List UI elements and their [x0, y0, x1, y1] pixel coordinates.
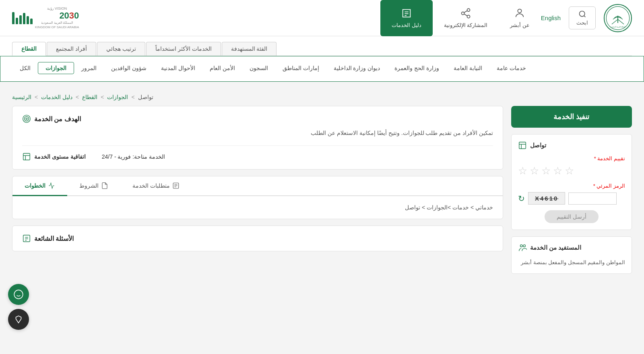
search-icon: [578, 10, 586, 18]
tab-conditions-label: الشروط: [79, 182, 99, 189]
star-1[interactable]: ☆: [518, 165, 527, 177]
header-right: المملكة العربية السعودية ابحث English: [541, 4, 632, 32]
cat-tab-targeted[interactable]: الفئة المستهدفة: [222, 42, 277, 56]
cat-tab-mostused[interactable]: الخدمات الأكثر استخداماً: [146, 42, 221, 56]
svg-line-3: [618, 19, 624, 24]
breadcrumb-sep3: >: [101, 94, 104, 100]
header: المملكة العربية السعودية ابحث English عن…: [0, 0, 644, 36]
conditions-icon: [101, 182, 108, 189]
star-rating[interactable]: ☆ ☆ ☆ ☆ ☆: [518, 165, 625, 177]
rating-asterisk: *: [594, 155, 596, 161]
svg-rect-31: [23, 235, 30, 242]
sla-value-text: الخدمة متاحة: فورية - 24/7: [102, 153, 165, 160]
svg-point-22: [25, 117, 29, 121]
captcha-refresh-icon[interactable]: ↻: [518, 194, 525, 203]
tab-steps[interactable]: الخطوات: [12, 176, 67, 196]
captcha-required-label: الرمز المرئي *: [518, 183, 625, 189]
floating-buttons: [8, 284, 29, 286]
sla-label-text: اتفاقية مستوى الخدمة: [34, 153, 86, 160]
nav-item-daleel[interactable]: دليل الخدمات: [380, 0, 433, 36]
sub-cat-passports[interactable]: الجوازات: [38, 62, 74, 74]
vision-logo: VISION رؤية 2030 المملكة العربية السعودي…: [12, 6, 79, 29]
absher-icon: [514, 8, 525, 19]
cat-tab-alphabetical[interactable]: ترتيب هجائي: [97, 42, 145, 56]
sub-cat-prosecution[interactable]: النيابة العامة: [446, 62, 489, 74]
nav-absher-label: عن أبشر: [510, 22, 530, 28]
breadcrumb-home[interactable]: الرئيسية: [12, 94, 31, 100]
svg-point-8: [467, 8, 470, 11]
sub-cat-traffic[interactable]: المرور: [74, 62, 104, 74]
send-rating-button[interactable]: أرسل التقييم: [545, 210, 599, 223]
breadcrumb-passports[interactable]: الجوازات: [107, 94, 128, 100]
sub-cat-general-services[interactable]: خدمات عامة: [489, 62, 533, 74]
sub-cat-diwan[interactable]: ديوان وزارة الداخلية: [326, 62, 388, 74]
service-goal-header: الهدف من الخدمة: [22, 114, 493, 123]
sub-cat-hajj[interactable]: وزارة الحج والعمرة: [387, 62, 446, 74]
svg-rect-24: [23, 153, 30, 160]
star-2[interactable]: ☆: [530, 165, 539, 177]
category-section: الفئة المستهدفة الخدمات الأكثر استخداماً…: [0, 36, 644, 56]
language-button[interactable]: English: [541, 14, 561, 21]
vision-year: 2030: [35, 10, 79, 21]
breadcrumb-sep4: >: [131, 94, 134, 100]
search-label: ابحث: [576, 20, 588, 26]
svg-point-20: [523, 245, 526, 247]
svg-point-21: [23, 115, 30, 122]
service-icon: [518, 141, 527, 150]
execute-service-button[interactable]: تنفيذ الخدمة: [511, 106, 632, 128]
vision-title: VISION رؤية: [35, 6, 79, 10]
goal-header-text: الهدف من الخدمة: [34, 115, 81, 123]
svg-point-9: [461, 12, 464, 15]
faq-header: الأسئلة الشائعة: [22, 234, 493, 243]
cat-tab-community[interactable]: أفراد المجتمع: [47, 42, 96, 56]
star-5[interactable]: ☆: [565, 165, 574, 177]
sub-cat-prisons[interactable]: السجون: [242, 62, 275, 74]
sub-cat-all[interactable]: الكل: [12, 62, 38, 74]
sub-cat-emirates[interactable]: إمارات المناطق: [275, 62, 326, 74]
sub-cat-security[interactable]: الأمن العام: [202, 62, 242, 74]
beneficiary-description: المواطن والمقيم المسجل والمفعل بمنصة أبش…: [518, 258, 625, 267]
sla-icon: [22, 152, 31, 161]
breadcrumb: تواصل > الجوازات > القطاع > دليل الخدمات…: [0, 88, 644, 106]
captcha-asterisk: *: [593, 183, 595, 189]
tab-requirements[interactable]: متطلبات الخدمة: [120, 176, 192, 196]
service-tabs-container: متطلبات الخدمة الشروط الخطوات: [12, 176, 503, 219]
sla-value-item: الخدمة متاحة: فورية - 24/7: [102, 153, 165, 160]
requirements-icon: [172, 182, 180, 189]
nav-daleel-label: دليل الخدمات: [392, 22, 421, 28]
steps-icon: [48, 182, 55, 189]
sub-cat-expats[interactable]: شؤون الوافدين: [104, 62, 154, 74]
tab-steps-label: الخطوات: [25, 182, 45, 189]
breadcrumb-sector[interactable]: القطاع: [82, 94, 97, 100]
svg-point-10: [467, 15, 470, 18]
sub-cat-civil[interactable]: الأحوال المدنية: [154, 62, 202, 74]
svg-text:المملكة العربية السعودية: المملكة العربية السعودية: [610, 25, 625, 27]
service-name-label: تواصل: [530, 142, 546, 149]
vision-subtitle: المملكة العربية السعوديةKINGDOM OF SAUDI…: [35, 21, 79, 29]
star-3[interactable]: ☆: [541, 165, 551, 177]
breadcrumb-sep2: >: [76, 94, 79, 100]
rating-label-text: تقييم الخدمة: [597, 155, 625, 161]
tab-content-path: خدماتي > خدمات >الجوازات > تواصل: [22, 204, 493, 211]
svg-point-7: [518, 9, 522, 13]
search-button[interactable]: ابحث: [569, 6, 596, 29]
tabs-header: متطلبات الخدمة الشروط الخطوات: [12, 176, 503, 196]
sla-header-item: اتفاقية مستوى الخدمة: [22, 152, 86, 161]
category-tabs: الفئة المستهدفة الخدمات الأكثر استخداماً…: [12, 42, 632, 56]
breadcrumb-daleel[interactable]: دليل الخدمات: [41, 94, 72, 100]
star-4[interactable]: ☆: [553, 165, 562, 177]
captcha-display: X4610: [528, 192, 565, 205]
beneficiary-card: المستفيد من الخدمة المواطن والمقيم المسج…: [511, 236, 632, 274]
breadcrumb-sep1: >: [35, 94, 38, 100]
tab-conditions[interactable]: الشروط: [67, 176, 120, 196]
faq-header-text: الأسئلة الشائعة: [34, 235, 74, 242]
nav-item-absher[interactable]: عن أبشر: [499, 0, 541, 36]
cat-tab-sector[interactable]: القطاع: [12, 42, 46, 56]
target-icon: [22, 114, 31, 123]
faq-section: الأسئلة الشائعة: [12, 226, 503, 251]
nav-item-musharaka[interactable]: المشاركة الإلكترونية: [433, 0, 499, 36]
captcha-input[interactable]: [568, 193, 617, 205]
svg-point-5: [579, 11, 584, 17]
breadcrumb-current: تواصل: [138, 94, 153, 100]
support-button[interactable]: [8, 284, 29, 286]
